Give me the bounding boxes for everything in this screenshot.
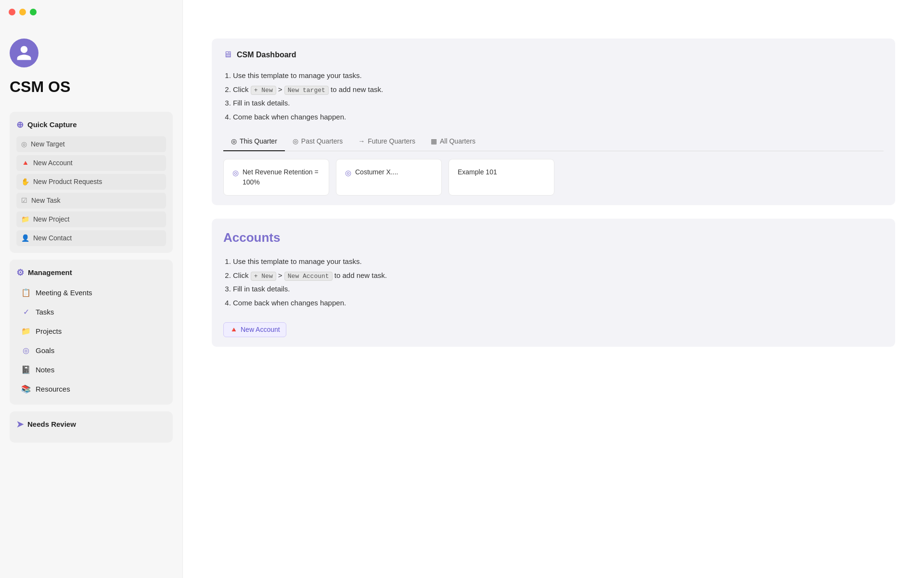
minimize-button[interactable] <box>19 9 26 15</box>
instruction-1: Use this template to manage your tasks. <box>233 69 884 83</box>
resources-icon: 📚 <box>21 383 31 395</box>
instruction-2: Click + New > New target to add new task… <box>233 83 884 97</box>
needs-review-section[interactable]: ➤ Needs Review <box>10 411 173 443</box>
dashboard-instructions: Use this template to manage your tasks. … <box>223 69 884 124</box>
accounts-title: Accounts <box>223 228 884 247</box>
quick-capture-header: ⊕ Quick Capture <box>16 118 166 131</box>
past-quarters-icon: ◎ <box>293 136 298 146</box>
new-account-badge-icon: 🔺 <box>230 325 238 335</box>
app-container: CSM OS ⊕ Quick Capture ◎ New Target 🔺 Ne… <box>0 0 924 578</box>
quick-item-new-project[interactable]: 📁 New Project <box>16 211 166 227</box>
sidebar-item-meeting-events[interactable]: 📋 Meeting & Events <box>16 284 166 302</box>
new-contact-label: New Contact <box>33 233 72 243</box>
accounts-instruction-3: Fill in task details. <box>233 282 884 296</box>
goals-label: Goals <box>36 345 54 356</box>
accounts-new-account-code: New Account <box>284 272 333 281</box>
needs-review-header: ➤ Needs Review <box>16 418 166 431</box>
management-section: ⚙ Management 📋 Meeting & Events ✓ Tasks … <box>10 260 173 405</box>
needs-review-icon: ➤ <box>16 418 24 431</box>
quick-capture-label: Quick Capture <box>27 119 77 131</box>
quick-item-new-target[interactable]: ◎ New Target <box>16 136 166 152</box>
accounts-instruction-1: Use this template to manage your tasks. <box>233 255 884 269</box>
new-button-code: + New <box>251 86 276 95</box>
dashboard-title: CSM Dashboard <box>237 49 296 61</box>
card-net-revenue[interactable]: ◎ Net Revenue Retention = 100% <box>223 159 329 196</box>
tab-all-quarters[interactable]: ▦ All Quarters <box>423 132 483 151</box>
future-quarters-label: Future Quarters <box>368 136 415 146</box>
card-2-icon: ◎ <box>345 168 351 179</box>
meeting-events-label: Meeting & Events <box>36 288 92 299</box>
contact-icon: 👤 <box>21 233 29 243</box>
main-content: 🖥 CSM Dashboard Use this template to man… <box>183 0 924 578</box>
new-target-code: New target <box>284 86 329 95</box>
all-quarters-label: All Quarters <box>440 136 475 146</box>
card-example-101[interactable]: Example 101 <box>449 159 554 196</box>
quick-capture-items: ◎ New Target 🔺 New Account ✋ New Product… <box>16 136 166 246</box>
this-quarter-label: This Quarter <box>240 136 277 146</box>
accounts-instruction-4: Come back when changes happen. <box>233 296 884 310</box>
notes-label: Notes <box>36 365 54 376</box>
new-target-label: New Target <box>31 139 65 149</box>
fullscreen-button[interactable] <box>30 9 37 15</box>
tab-future-quarters[interactable]: → Future Quarters <box>350 132 423 151</box>
target-icon: ◎ <box>21 139 27 149</box>
management-label: Management <box>28 267 72 278</box>
quick-item-new-task[interactable]: ☑ New Task <box>16 193 166 209</box>
dashboard-cards: ◎ Net Revenue Retention = 100% ◎ Costume… <box>223 159 884 196</box>
quick-item-new-contact[interactable]: 👤 New Contact <box>16 230 166 246</box>
card-2-text: Costumer X.... <box>355 167 398 177</box>
quick-capture-section: ⊕ Quick Capture ◎ New Target 🔺 New Accou… <box>10 112 173 253</box>
card-1-icon: ◎ <box>232 168 239 179</box>
card-3-text: Example 101 <box>458 167 497 177</box>
app-title: CSM OS <box>10 75 173 98</box>
close-button[interactable] <box>9 9 15 15</box>
dashboard-header: 🖥 CSM Dashboard <box>223 48 884 61</box>
sidebar-item-resources[interactable]: 📚 Resources <box>16 381 166 398</box>
sidebar: CSM OS ⊕ Quick Capture ◎ New Target 🔺 Ne… <box>0 0 183 578</box>
needs-review-label: Needs Review <box>27 419 76 430</box>
sidebar-item-goals[interactable]: ◎ Goals <box>16 342 166 359</box>
quick-item-new-account[interactable]: 🔺 New Account <box>16 155 166 171</box>
quick-capture-icon: ⊕ <box>16 118 24 131</box>
card-3-content: Example 101 <box>458 167 545 177</box>
new-task-label: New Task <box>31 196 60 206</box>
sidebar-item-tasks[interactable]: ✓ Tasks <box>16 303 166 321</box>
future-quarters-icon: → <box>358 136 365 146</box>
new-account-label: New Account <box>33 158 73 168</box>
instruction-3: Fill in task details. <box>233 96 884 110</box>
task-icon: ☑ <box>21 196 27 206</box>
new-product-requests-label: New Product Requests <box>33 177 102 187</box>
management-header: ⚙ Management <box>16 266 166 279</box>
new-account-badge-label: New Account <box>241 325 280 335</box>
product-requests-icon: ✋ <box>21 177 29 187</box>
tab-past-quarters[interactable]: ◎ Past Quarters <box>285 132 350 151</box>
resources-label: Resources <box>36 384 70 395</box>
goals-icon: ◎ <box>21 345 31 356</box>
new-project-label: New Project <box>33 214 69 224</box>
tab-this-quarter[interactable]: ◎ This Quarter <box>223 132 285 151</box>
notes-icon: 📓 <box>21 364 31 376</box>
management-items: 📋 Meeting & Events ✓ Tasks 📁 Projects ◎ … <box>16 284 166 398</box>
accounts-instruction-2: Click + New > New Account to add new tas… <box>233 269 884 283</box>
projects-label: Projects <box>36 326 62 337</box>
avatar <box>10 39 38 67</box>
quick-item-new-product-requests[interactable]: ✋ New Product Requests <box>16 174 166 190</box>
projects-icon: 📁 <box>21 326 31 337</box>
accounts-block: Accounts Use this template to manage you… <box>212 219 895 347</box>
card-costumer-x[interactable]: ◎ Costumer X.... <box>336 159 442 196</box>
dashboard-tabs: ◎ This Quarter ◎ Past Quarters → Future … <box>223 132 884 151</box>
project-icon: 📁 <box>21 214 29 224</box>
sidebar-item-notes[interactable]: 📓 Notes <box>16 361 166 379</box>
accounts-new-button-code: + New <box>251 272 276 281</box>
account-icon: 🔺 <box>21 158 29 168</box>
new-account-button[interactable]: 🔺 New Account <box>223 322 286 337</box>
this-quarter-icon: ◎ <box>231 136 237 146</box>
card-1-text: Net Revenue Retention = 100% <box>243 167 320 187</box>
card-1-content: ◎ Net Revenue Retention = 100% <box>232 167 320 187</box>
card-2-content: ◎ Costumer X.... <box>345 167 433 179</box>
traffic-lights <box>9 9 37 15</box>
instruction-4: Come back when changes happen. <box>233 110 884 124</box>
dashboard-icon: 🖥 <box>223 48 232 61</box>
sidebar-item-projects[interactable]: 📁 Projects <box>16 323 166 340</box>
tasks-icon: ✓ <box>21 306 31 318</box>
